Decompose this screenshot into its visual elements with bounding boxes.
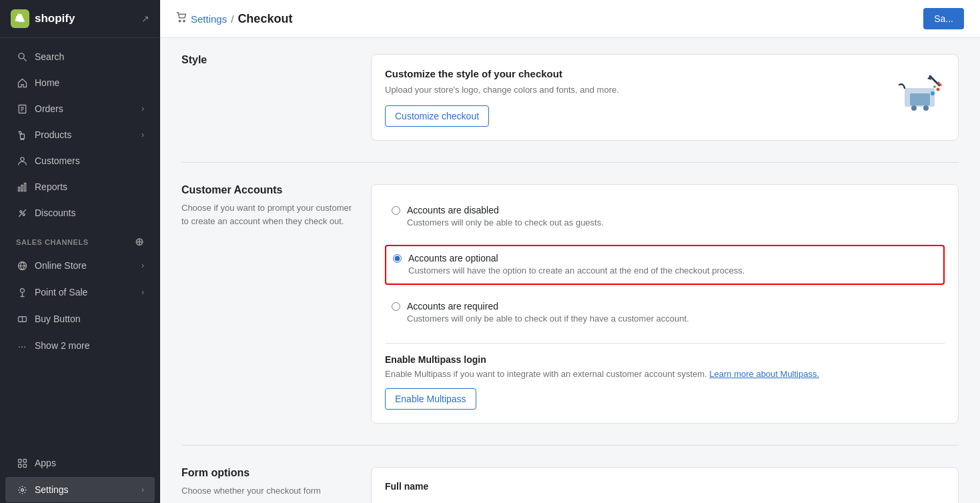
external-link-icon[interactable]: ↗ (141, 13, 149, 24)
svg-point-33 (911, 105, 917, 111)
last-name-only-option[interactable]: Require last name only (385, 500, 945, 503)
form-options-title: Form options (181, 467, 355, 479)
svg-point-13 (19, 210, 21, 212)
products-icon (16, 129, 28, 141)
customer-accounts-left: Customer Accounts Choose if you want to … (181, 184, 355, 424)
orders-icon (16, 103, 28, 115)
sidebar-header: shopify ↗ (0, 0, 160, 38)
save-button[interactable]: Sa... (923, 8, 964, 29)
form-options-desc: Choose whether your checkout form (181, 484, 355, 498)
content-area: Style Customize the style of your checko… (160, 38, 980, 503)
customer-accounts-section: Customer Accounts Choose if you want to … (181, 184, 959, 446)
chevron-right-icon: › (141, 485, 144, 494)
accounts-required-desc: Customers will only be able to check out… (407, 313, 689, 325)
svg-rect-10 (18, 187, 19, 191)
svg-point-35 (931, 91, 935, 95)
reports-icon (16, 181, 28, 193)
logo-text: shopify (35, 12, 75, 25)
form-options-section: Form options Choose whether your checkou… (181, 467, 959, 503)
accounts-optional-desc: Customers will have the option to create… (408, 265, 745, 277)
accounts-disabled-radio[interactable] (392, 206, 400, 215)
accounts-required-label: Accounts are required (407, 301, 689, 312)
sidebar-item-label: Apps (35, 458, 56, 468)
sidebar-item-label: Settings (35, 484, 69, 495)
sidebar-item-customers[interactable]: Customers (5, 148, 155, 173)
style-card: Customize the style of your checkout Upl… (371, 54, 959, 141)
svg-rect-6 (20, 134, 24, 139)
sidebar-item-settings[interactable]: Settings › (5, 477, 155, 502)
sidebar-item-home[interactable]: Home (5, 70, 155, 95)
svg-rect-21 (18, 459, 21, 462)
sidebar-item-label: Search (35, 51, 64, 62)
multipass-title: Enable Multipass login (385, 354, 945, 365)
svg-point-14 (23, 213, 25, 215)
full-name-title: Full name (385, 481, 945, 492)
svg-rect-22 (23, 459, 27, 462)
add-sales-channel-icon[interactable]: ⊕ (135, 235, 144, 248)
accounts-disabled-label: Accounts are disabled (407, 205, 604, 215)
style-card-title: Customize the style of your checkout (385, 68, 619, 79)
sidebar-item-discounts[interactable]: Discounts (5, 200, 155, 225)
main-content: Settings / Checkout Sa... Style Customiz… (160, 0, 980, 503)
sidebar-item-apps[interactable]: Apps (5, 450, 155, 476)
sidebar-item-products[interactable]: Products › (5, 122, 155, 147)
home-icon (16, 77, 28, 89)
sidebar-item-online-store[interactable]: Online Store › (5, 253, 155, 278)
chevron-right-icon: › (141, 130, 144, 139)
customer-accounts-title: Customer Accounts (181, 184, 355, 196)
divider (385, 343, 945, 344)
breadcrumb-settings-link[interactable]: Settings (191, 13, 227, 25)
sidebar-item-label: Orders (35, 103, 63, 114)
sidebar-item-search[interactable]: Search (5, 44, 155, 69)
customer-accounts-card: Accounts are disabled Customers will onl… (371, 184, 959, 424)
svg-point-7 (21, 139, 22, 140)
sidebar-item-label: Discounts (35, 207, 75, 218)
accounts-disabled-option[interactable]: Accounts are disabled Customers will onl… (385, 198, 945, 235)
customize-checkout-button[interactable]: Customize checkout (385, 105, 489, 127)
svg-line-30 (930, 76, 939, 85)
svg-point-8 (23, 139, 24, 140)
svg-point-9 (20, 157, 23, 160)
breadcrumb-current-page: Checkout (237, 12, 292, 26)
sidebar-item-reports[interactable]: Reports (5, 174, 155, 199)
svg-point-25 (21, 488, 23, 491)
buy-button-icon (16, 313, 28, 325)
style-card-desc: Upload your store's logo, change colors … (385, 85, 619, 95)
style-section-left: Style (181, 54, 355, 141)
multipass-learn-more-link[interactable]: Learn more about Multipass. (709, 369, 819, 379)
svg-point-36 (937, 88, 940, 91)
customer-accounts-desc: Choose if you want to prompt your custom… (181, 201, 355, 227)
topbar: Settings / Checkout Sa... (160, 0, 980, 38)
form-options-card: Full name Require last name only Require… (371, 467, 959, 503)
accounts-required-radio[interactable] (392, 302, 400, 311)
checkout-illustration (891, 68, 945, 121)
search-icon (16, 51, 28, 63)
sidebar-item-point-of-sale[interactable]: Point of Sale › (5, 280, 155, 305)
accounts-optional-label: Accounts are optional (408, 253, 745, 264)
form-options-left: Form options Choose whether your checkou… (181, 467, 355, 503)
svg-line-1 (23, 58, 26, 61)
sidebar: shopify ↗ Search Home (0, 0, 160, 503)
sidebar-item-show-more[interactable]: ··· Show 2 more (5, 333, 155, 358)
settings-icon (16, 484, 28, 496)
sidebar-item-label: Products (35, 129, 71, 140)
sidebar-item-buy-button[interactable]: Buy Button (5, 306, 155, 332)
sidebar-item-orders[interactable]: Orders › (5, 96, 155, 121)
customers-icon (16, 155, 28, 167)
apps-icon (16, 457, 28, 469)
sidebar-logo: shopify (11, 9, 75, 28)
svg-point-27 (183, 20, 185, 21)
accounts-optional-option[interactable]: Accounts are optional Customers will hav… (385, 245, 945, 285)
enable-multipass-button[interactable]: Enable Multipass (385, 388, 476, 410)
accounts-required-option[interactable]: Accounts are required Customers will onl… (385, 294, 945, 332)
svg-point-37 (933, 85, 936, 88)
svg-point-34 (923, 105, 929, 111)
cart-icon (176, 12, 187, 25)
accounts-optional-radio[interactable] (393, 254, 402, 263)
svg-point-26 (179, 20, 180, 21)
ellipsis-icon: ··· (16, 340, 28, 352)
breadcrumb: Settings / Checkout (176, 12, 292, 26)
chevron-right-icon: › (141, 261, 144, 270)
sidebar-item-label: Point of Sale (35, 287, 87, 298)
style-section-title: Style (181, 54, 355, 66)
